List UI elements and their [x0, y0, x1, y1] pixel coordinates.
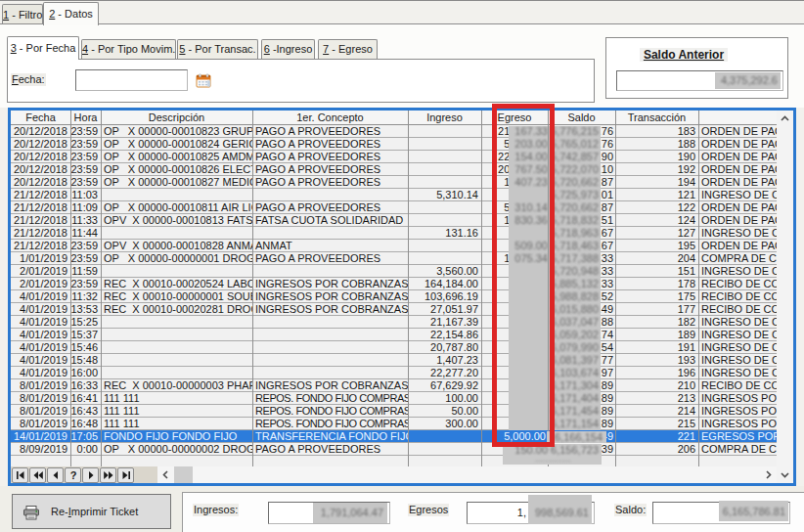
svg-text:?: ? — [70, 469, 77, 481]
